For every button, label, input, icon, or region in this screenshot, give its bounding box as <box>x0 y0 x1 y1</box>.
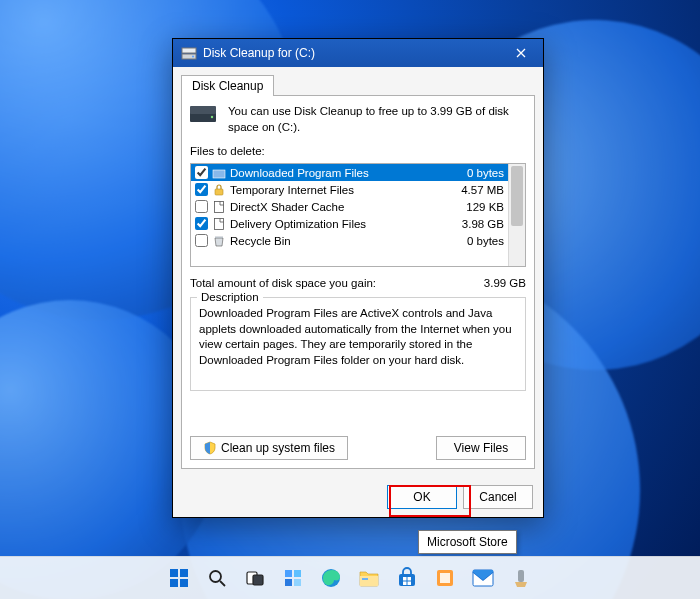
cancel-label: Cancel <box>479 490 516 504</box>
action-buttons-row: Clean up system files View Files <box>190 436 526 460</box>
total-label: Total amount of disk space you gain: <box>190 277 376 289</box>
taskview-icon <box>245 568 265 588</box>
file-checkbox[interactable] <box>195 200 208 213</box>
titlebar[interactable]: Disk Cleanup for (C:) <box>173 39 543 67</box>
view-files-label: View Files <box>454 441 508 455</box>
svg-rect-22 <box>294 579 301 586</box>
file-list: Downloaded Program Files0 bytesTemporary… <box>190 163 526 267</box>
spacer <box>356 436 428 460</box>
edge-icon <box>320 567 342 589</box>
file-size: 3.98 GB <box>444 218 504 230</box>
svg-rect-14 <box>180 579 188 587</box>
file-checkbox[interactable] <box>195 183 208 196</box>
svg-rect-20 <box>294 570 301 577</box>
svg-rect-27 <box>403 577 407 581</box>
file-type-icon <box>212 234 226 248</box>
svg-rect-28 <box>408 577 412 581</box>
view-files-button[interactable]: View Files <box>436 436 526 460</box>
svg-rect-10 <box>215 236 223 238</box>
file-row[interactable]: Recycle Bin0 bytes <box>191 232 508 249</box>
file-size: 0 bytes <box>444 235 504 247</box>
close-button[interactable] <box>503 39 539 67</box>
ok-button[interactable]: OK <box>387 485 457 509</box>
svg-rect-11 <box>170 569 178 577</box>
file-row[interactable]: Temporary Internet Files4.57 MB <box>191 181 508 198</box>
svg-rect-24 <box>360 576 378 586</box>
ok-label: OK <box>413 490 430 504</box>
file-name: Recycle Bin <box>230 235 440 247</box>
scrollbar[interactable] <box>508 164 525 266</box>
cancel-button[interactable]: Cancel <box>463 485 533 509</box>
widgets-icon <box>283 568 303 588</box>
file-row[interactable]: Downloaded Program Files0 bytes <box>191 164 508 181</box>
taskbar-mail[interactable] <box>466 561 500 595</box>
taskbar-search[interactable] <box>200 561 234 595</box>
cleanup-system-files-label: Clean up system files <box>221 441 335 455</box>
svg-rect-26 <box>399 574 415 586</box>
svg-rect-9 <box>215 218 224 229</box>
svg-line-16 <box>220 581 225 586</box>
file-type-icon <box>212 166 226 180</box>
svg-rect-21 <box>285 579 292 586</box>
shield-icon <box>203 441 217 455</box>
svg-rect-6 <box>213 170 225 178</box>
svg-rect-32 <box>440 573 450 583</box>
taskbar-file-explorer[interactable] <box>352 561 386 595</box>
file-checkbox[interactable] <box>195 217 208 230</box>
file-type-icon <box>212 200 226 214</box>
svg-rect-30 <box>408 582 412 586</box>
start-button[interactable] <box>162 561 196 595</box>
files-to-delete-label: Files to delete: <box>190 145 526 157</box>
intro-row: You can use Disk Cleanup to free up to 3… <box>190 104 526 135</box>
svg-rect-34 <box>518 570 524 582</box>
svg-rect-18 <box>253 575 263 585</box>
description-text: Downloaded Program Files are ActiveX con… <box>199 307 512 366</box>
taskbar-edge[interactable] <box>314 561 348 595</box>
svg-rect-12 <box>180 569 188 577</box>
windows-icon <box>168 567 190 589</box>
taskbar-store[interactable] <box>390 561 424 595</box>
svg-rect-29 <box>403 582 407 586</box>
taskbar-widgets[interactable] <box>276 561 310 595</box>
file-row[interactable]: Delivery Optimization Files3.98 GB <box>191 215 508 232</box>
svg-rect-25 <box>362 578 368 580</box>
total-value: 3.99 GB <box>484 277 526 289</box>
file-size: 4.57 MB <box>444 184 504 196</box>
folder-icon <box>358 568 380 588</box>
file-name: Downloaded Program Files <box>230 167 440 179</box>
store-icon <box>396 567 418 589</box>
description-group-title: Description <box>197 290 263 306</box>
file-name: Delivery Optimization Files <box>230 218 440 230</box>
svg-rect-8 <box>215 201 224 212</box>
taskbar-app-1[interactable] <box>428 561 462 595</box>
svg-point-2 <box>192 56 194 58</box>
drive-icon <box>190 106 218 126</box>
taskbar-taskview[interactable] <box>238 561 272 595</box>
file-size: 0 bytes <box>444 167 504 179</box>
file-type-icon <box>212 217 226 231</box>
total-row: Total amount of disk space you gain: 3.9… <box>190 277 526 289</box>
dialog-footer: OK Cancel <box>173 477 543 517</box>
mail-icon <box>472 569 494 587</box>
desktop: Disk Cleanup for (C:) Disk Cleanup You c… <box>0 0 700 599</box>
scrollbar-thumb[interactable] <box>511 166 523 226</box>
file-checkbox[interactable] <box>195 166 208 179</box>
file-name: DirectX Shader Cache <box>230 201 440 213</box>
disk-cleanup-icon <box>181 45 197 61</box>
file-type-icon <box>212 183 226 197</box>
taskbar <box>0 556 700 599</box>
brush-icon <box>511 568 531 588</box>
search-icon <box>207 568 227 588</box>
svg-point-15 <box>210 571 221 582</box>
svg-rect-1 <box>182 48 196 53</box>
file-size: 129 KB <box>444 201 504 213</box>
file-checkbox[interactable] <box>195 234 208 247</box>
description-group: Description Downloaded Program Files are… <box>190 297 526 391</box>
svg-rect-19 <box>285 570 292 577</box>
tab-disk-cleanup[interactable]: Disk Cleanup <box>181 75 274 96</box>
taskbar-disk-cleanup[interactable] <box>504 561 538 595</box>
svg-rect-7 <box>215 189 223 195</box>
cleanup-system-files-button[interactable]: Clean up system files <box>190 436 348 460</box>
app-icon <box>435 568 455 588</box>
file-row[interactable]: DirectX Shader Cache129 KB <box>191 198 508 215</box>
